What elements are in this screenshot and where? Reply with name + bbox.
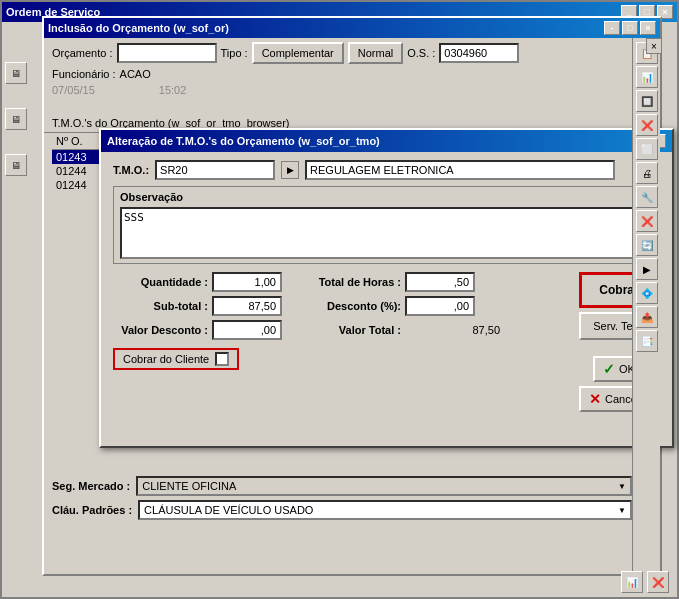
- observacao-group: Observação ▲ ▼: [113, 186, 660, 264]
- valor-desconto-input[interactable]: [212, 320, 282, 340]
- subtotal-input[interactable]: [212, 296, 282, 316]
- os-label: O.S. :: [407, 47, 435, 59]
- toolbar-icon-10[interactable]: ▶: [636, 258, 658, 280]
- valor-desconto-group: Valor Desconto :: [113, 320, 282, 340]
- mid-title: Inclusão do Orçamento (w_sof_or): [48, 22, 229, 34]
- tmo-dialog-content: T.M.O.: ▶ Observação ▲ ▼: [101, 152, 672, 420]
- toolbar-icon-7[interactable]: 🔧: [636, 186, 658, 208]
- right-toolbar: 📋 📊 🔲 ❌ ⬜ 🖨 🔧 ❌ 🔄 ▶ 💠 📤 📑 ×: [632, 38, 660, 578]
- tmo-dialog: Alteração de T.M.O.'s do Orçamento (w_so…: [99, 128, 674, 448]
- obs-legend: Observação: [120, 191, 653, 203]
- desconto-group: Desconto (%):: [306, 296, 475, 316]
- row-subtotal: Sub-total : Desconto (%):: [113, 296, 562, 316]
- os-input[interactable]: [439, 43, 519, 63]
- funcionario-label: Funcionário :: [52, 68, 116, 80]
- bottom-icon-x[interactable]: ❌: [647, 571, 669, 593]
- quantidade-input[interactable]: [212, 272, 282, 292]
- toolbar-icon-8[interactable]: ❌: [636, 210, 658, 232]
- clau-padroes-row: Cláu. Padrões : CLÁUSULA DE VEÍCULO USAD…: [52, 500, 632, 520]
- toolbar-icon-2[interactable]: 📊: [636, 66, 658, 88]
- bottom-toolbar: 📊 ❌: [621, 571, 669, 593]
- mid-maximize-btn[interactable]: □: [622, 21, 638, 35]
- toolbar-icon-4[interactable]: ❌: [636, 114, 658, 136]
- cobrar-cliente-checkbox[interactable]: [215, 352, 229, 366]
- tipo-complementar-btn[interactable]: Complementar: [252, 42, 344, 64]
- bg-window: Ordem de Servico _ □ × 🖥 🖥 🖥 🖥 Inclusão …: [0, 0, 679, 599]
- date-value: 07/05/15: [52, 84, 95, 96]
- toolbar-icon-5[interactable]: ⬜: [636, 138, 658, 160]
- clau-padroes-value: CLÁUSULA DE VEÍCULO USADO: [144, 504, 313, 516]
- total-horas-group: Total de Horas :: [306, 272, 475, 292]
- clau-padroes-arrow: ▼: [618, 506, 626, 515]
- tmo-dialog-titlebar: Alteração de T.M.O.'s do Orçamento (w_so…: [101, 130, 672, 152]
- subtotal-group: Sub-total :: [113, 296, 282, 316]
- obs-container: ▲ ▼: [120, 207, 653, 259]
- sidebar-icon-1[interactable]: 🖥: [5, 62, 27, 84]
- bottom-area: Seg. Mercado : CLIENTE OFICINA ▼ Cláu. P…: [52, 476, 632, 524]
- left-sidebar: 🖥 🖥 🖥: [2, 22, 30, 176]
- seg-mercado-label: Seg. Mercado :: [52, 480, 130, 492]
- funcionario-row: Funcionário : ACAO: [52, 68, 652, 80]
- seg-mercado-input[interactable]: CLIENTE OFICINA ▼: [136, 476, 632, 496]
- mid-titlebar: Inclusão do Orçamento (w_sof_or) - □ ×: [44, 18, 660, 38]
- toolbar-icon-12[interactable]: 📤: [636, 306, 658, 328]
- valor-total-label: Valor Total :: [306, 324, 401, 336]
- valor-total-value: 87,50: [405, 324, 500, 336]
- row-valor: Valor Desconto : Valor Total : 87,50: [113, 320, 562, 340]
- toolbar-icon-11[interactable]: 💠: [636, 282, 658, 304]
- valor-desconto-label: Valor Desconto :: [113, 324, 208, 336]
- time-value: 15:02: [159, 84, 187, 96]
- mid-window: Inclusão do Orçamento (w_sof_or) - □ × O…: [42, 16, 662, 576]
- desconto-label: Desconto (%):: [306, 300, 401, 312]
- toolbar-icon-13[interactable]: 📑: [636, 330, 658, 352]
- bottom-icon-chart[interactable]: 📊: [621, 571, 643, 593]
- total-horas-input[interactable]: [405, 272, 475, 292]
- toolbar-icon-3[interactable]: 🔲: [636, 90, 658, 112]
- tmo-browser-title: T.M.O.'s do Orçamento (w_sof_or_tmo_brow…: [52, 117, 289, 129]
- tmo-label: T.M.O.:: [113, 164, 149, 176]
- numeric-buttons-section: Quantidade : Total de Horas : Sub-t: [113, 272, 660, 412]
- x-icon: ✕: [589, 391, 601, 407]
- tmo-row: T.M.O.: ▶: [113, 160, 660, 180]
- sidebar-icon-2[interactable]: 🖥: [5, 108, 27, 130]
- quantidade-label: Quantidade :: [113, 276, 208, 288]
- seg-mercado-row: Seg. Mercado : CLIENTE OFICINA ▼: [52, 476, 632, 496]
- funcionario-value: ACAO: [120, 68, 151, 80]
- toolbar-icon-6[interactable]: 🖨: [636, 162, 658, 184]
- tmo-search-btn[interactable]: ▶: [281, 161, 299, 179]
- tmo-dialog-title: Alteração de T.M.O.'s do Orçamento (w_so…: [107, 135, 380, 147]
- row-quantidade: Quantidade : Total de Horas :: [113, 272, 562, 292]
- toolbar-icon-9[interactable]: 🔄: [636, 234, 658, 256]
- numeric-grid: Quantidade : Total de Horas : Sub-t: [113, 272, 562, 412]
- obs-textarea[interactable]: [120, 207, 637, 259]
- sidebar-icon-3[interactable]: 🖥: [5, 154, 27, 176]
- browser-close-btn[interactable]: ×: [646, 38, 662, 54]
- orcamento-input[interactable]: [117, 43, 217, 63]
- orcamento-row: Orçamento : Tipo : Complementar Normal O…: [52, 42, 652, 64]
- quantidade-group: Quantidade :: [113, 272, 282, 292]
- valor-total-group: Valor Total : 87,50: [306, 320, 500, 340]
- date-row: 07/05/15 15:02: [52, 84, 652, 96]
- orcamento-label: Orçamento :: [52, 47, 113, 59]
- cobrar-cliente-row: Cobrar do Cliente: [113, 348, 562, 370]
- check-icon: ✓: [603, 361, 615, 377]
- form-area: Orçamento : Tipo : Complementar Normal O…: [44, 38, 660, 104]
- clau-padroes-input[interactable]: CLÁUSULA DE VEÍCULO USADO ▼: [138, 500, 632, 520]
- desconto-input[interactable]: [405, 296, 475, 316]
- mid-minimize-btn[interactable]: -: [604, 21, 620, 35]
- clau-padroes-label: Cláu. Padrões :: [52, 504, 132, 516]
- tipo-normal-btn[interactable]: Normal: [348, 42, 403, 64]
- tipo-label: Tipo :: [221, 47, 248, 59]
- subtotal-label: Sub-total :: [113, 300, 208, 312]
- cobrar-cliente-container: Cobrar do Cliente: [113, 348, 239, 370]
- mid-close-btn[interactable]: ×: [640, 21, 656, 35]
- seg-mercado-value: CLIENTE OFICINA: [142, 480, 236, 492]
- mid-titlebar-controls: - □ ×: [604, 21, 656, 35]
- tmo-desc-input[interactable]: [305, 160, 615, 180]
- total-horas-label: Total de Horas :: [306, 276, 401, 288]
- cobrar-cliente-label: Cobrar do Cliente: [123, 353, 209, 365]
- tmo-code-input[interactable]: [155, 160, 275, 180]
- seg-mercado-arrow: ▼: [618, 482, 626, 491]
